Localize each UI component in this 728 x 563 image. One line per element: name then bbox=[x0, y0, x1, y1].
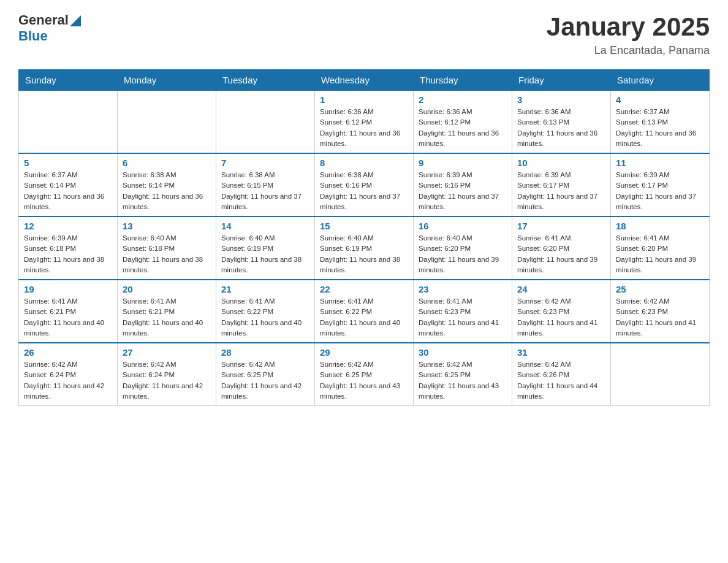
day-number: 14 bbox=[221, 221, 309, 231]
day-info: Sunrise: 6:39 AMSunset: 6:16 PMDaylight:… bbox=[419, 170, 507, 212]
day-info: Sunrise: 6:42 AMSunset: 6:23 PMDaylight:… bbox=[517, 296, 605, 339]
day-number: 15 bbox=[320, 221, 408, 231]
day-number: 27 bbox=[123, 347, 211, 358]
calendar-header-row: Sunday Monday Tuesday Wednesday Thursday… bbox=[19, 70, 710, 91]
day-number: 31 bbox=[517, 347, 605, 358]
table-row: 7Sunrise: 6:38 AMSunset: 6:15 PMDaylight… bbox=[216, 153, 315, 216]
page-header: General Blue January 2025 La Encantada, … bbox=[18, 12, 710, 57]
table-row: 22Sunrise: 6:41 AMSunset: 6:22 PMDayligh… bbox=[315, 280, 414, 343]
logo-general: General bbox=[18, 12, 69, 28]
day-number: 17 bbox=[517, 221, 605, 231]
day-info: Sunrise: 6:40 AMSunset: 6:19 PMDaylight:… bbox=[320, 233, 408, 275]
table-row: 30Sunrise: 6:42 AMSunset: 6:25 PMDayligh… bbox=[414, 343, 512, 406]
table-row: 1Sunrise: 6:36 AMSunset: 6:12 PMDaylight… bbox=[315, 91, 414, 154]
table-row: 23Sunrise: 6:41 AMSunset: 6:23 PMDayligh… bbox=[414, 280, 512, 343]
table-row: 4Sunrise: 6:37 AMSunset: 6:13 PMDaylight… bbox=[611, 91, 710, 154]
table-row: 27Sunrise: 6:42 AMSunset: 6:24 PMDayligh… bbox=[118, 343, 216, 406]
calendar-week-row: 5Sunrise: 6:37 AMSunset: 6:14 PMDaylight… bbox=[19, 153, 710, 216]
day-info: Sunrise: 6:40 AMSunset: 6:19 PMDaylight:… bbox=[221, 233, 309, 275]
day-info: Sunrise: 6:38 AMSunset: 6:16 PMDaylight:… bbox=[320, 170, 408, 212]
table-row: 28Sunrise: 6:42 AMSunset: 6:25 PMDayligh… bbox=[216, 343, 315, 406]
day-info: Sunrise: 6:37 AMSunset: 6:13 PMDaylight:… bbox=[616, 107, 704, 149]
day-number: 8 bbox=[320, 158, 408, 168]
day-info: Sunrise: 6:41 AMSunset: 6:21 PMDaylight:… bbox=[24, 296, 112, 339]
table-row: 12Sunrise: 6:39 AMSunset: 6:18 PMDayligh… bbox=[19, 216, 118, 280]
day-info: Sunrise: 6:41 AMSunset: 6:21 PMDaylight:… bbox=[123, 296, 211, 339]
col-sunday: Sunday bbox=[19, 70, 118, 91]
day-info: Sunrise: 6:36 AMSunset: 6:12 PMDaylight:… bbox=[419, 107, 507, 149]
day-number: 21 bbox=[221, 284, 309, 294]
day-number: 5 bbox=[24, 158, 112, 168]
logo: General Blue bbox=[18, 12, 81, 44]
logo-blue: Blue bbox=[18, 28, 48, 44]
day-info: Sunrise: 6:41 AMSunset: 6:23 PMDaylight:… bbox=[419, 296, 507, 339]
day-number: 25 bbox=[616, 284, 704, 294]
day-number: 2 bbox=[419, 94, 507, 105]
col-saturday: Saturday bbox=[611, 70, 710, 91]
svg-marker-0 bbox=[70, 15, 81, 26]
table-row bbox=[611, 343, 710, 406]
calendar-week-row: 26Sunrise: 6:42 AMSunset: 6:24 PMDayligh… bbox=[19, 343, 710, 406]
day-info: Sunrise: 6:36 AMSunset: 6:13 PMDaylight:… bbox=[517, 107, 605, 149]
calendar-week-row: 12Sunrise: 6:39 AMSunset: 6:18 PMDayligh… bbox=[19, 216, 710, 280]
table-row: 19Sunrise: 6:41 AMSunset: 6:21 PMDayligh… bbox=[19, 280, 118, 343]
day-info: Sunrise: 6:42 AMSunset: 6:24 PMDaylight:… bbox=[24, 359, 112, 402]
day-info: Sunrise: 6:42 AMSunset: 6:23 PMDaylight:… bbox=[616, 296, 704, 339]
calendar-week-row: 19Sunrise: 6:41 AMSunset: 6:21 PMDayligh… bbox=[19, 280, 710, 343]
day-info: Sunrise: 6:41 AMSunset: 6:22 PMDaylight:… bbox=[221, 296, 309, 339]
table-row: 9Sunrise: 6:39 AMSunset: 6:16 PMDaylight… bbox=[414, 153, 512, 216]
calendar-week-row: 1Sunrise: 6:36 AMSunset: 6:12 PMDaylight… bbox=[19, 91, 710, 154]
day-info: Sunrise: 6:42 AMSunset: 6:25 PMDaylight:… bbox=[221, 359, 309, 402]
table-row: 13Sunrise: 6:40 AMSunset: 6:18 PMDayligh… bbox=[118, 216, 216, 280]
day-number: 11 bbox=[616, 158, 704, 168]
day-info: Sunrise: 6:42 AMSunset: 6:25 PMDaylight:… bbox=[320, 359, 408, 402]
table-row: 18Sunrise: 6:41 AMSunset: 6:20 PMDayligh… bbox=[611, 216, 710, 280]
day-info: Sunrise: 6:40 AMSunset: 6:18 PMDaylight:… bbox=[123, 233, 211, 275]
logo-triangle-icon bbox=[70, 15, 81, 26]
col-friday: Friday bbox=[512, 70, 611, 91]
day-info: Sunrise: 6:41 AMSunset: 6:20 PMDaylight:… bbox=[517, 233, 605, 275]
day-info: Sunrise: 6:39 AMSunset: 6:18 PMDaylight:… bbox=[24, 233, 112, 275]
day-number: 7 bbox=[221, 158, 309, 168]
table-row: 17Sunrise: 6:41 AMSunset: 6:20 PMDayligh… bbox=[512, 216, 611, 280]
table-row: 14Sunrise: 6:40 AMSunset: 6:19 PMDayligh… bbox=[216, 216, 315, 280]
day-info: Sunrise: 6:38 AMSunset: 6:15 PMDaylight:… bbox=[221, 170, 309, 212]
day-number: 18 bbox=[616, 221, 704, 231]
day-info: Sunrise: 6:36 AMSunset: 6:12 PMDaylight:… bbox=[320, 107, 408, 149]
day-number: 23 bbox=[419, 284, 507, 294]
title-section: January 2025 La Encantada, Panama bbox=[547, 12, 710, 57]
table-row: 6Sunrise: 6:38 AMSunset: 6:14 PMDaylight… bbox=[118, 153, 216, 216]
day-number: 12 bbox=[24, 221, 112, 231]
day-number: 3 bbox=[517, 94, 605, 105]
day-number: 16 bbox=[419, 221, 507, 231]
table-row bbox=[118, 91, 216, 154]
calendar-subtitle: La Encantada, Panama bbox=[547, 44, 710, 57]
table-row: 21Sunrise: 6:41 AMSunset: 6:22 PMDayligh… bbox=[216, 280, 315, 343]
table-row: 3Sunrise: 6:36 AMSunset: 6:13 PMDaylight… bbox=[512, 91, 611, 154]
day-number: 28 bbox=[221, 347, 309, 358]
table-row: 8Sunrise: 6:38 AMSunset: 6:16 PMDaylight… bbox=[315, 153, 414, 216]
day-info: Sunrise: 6:40 AMSunset: 6:20 PMDaylight:… bbox=[419, 233, 507, 275]
day-number: 29 bbox=[320, 347, 408, 358]
day-info: Sunrise: 6:38 AMSunset: 6:14 PMDaylight:… bbox=[123, 170, 211, 212]
day-number: 26 bbox=[24, 347, 112, 358]
day-number: 22 bbox=[320, 284, 408, 294]
day-info: Sunrise: 6:41 AMSunset: 6:20 PMDaylight:… bbox=[616, 233, 704, 275]
day-info: Sunrise: 6:39 AMSunset: 6:17 PMDaylight:… bbox=[616, 170, 704, 212]
table-row: 11Sunrise: 6:39 AMSunset: 6:17 PMDayligh… bbox=[611, 153, 710, 216]
table-row: 31Sunrise: 6:42 AMSunset: 6:26 PMDayligh… bbox=[512, 343, 611, 406]
day-number: 24 bbox=[517, 284, 605, 294]
day-number: 1 bbox=[320, 94, 408, 105]
table-row: 25Sunrise: 6:42 AMSunset: 6:23 PMDayligh… bbox=[611, 280, 710, 343]
day-info: Sunrise: 6:37 AMSunset: 6:14 PMDaylight:… bbox=[24, 170, 112, 212]
day-number: 6 bbox=[123, 158, 211, 168]
col-thursday: Thursday bbox=[414, 70, 512, 91]
table-row bbox=[216, 91, 315, 154]
col-tuesday: Tuesday bbox=[216, 70, 315, 91]
col-monday: Monday bbox=[118, 70, 216, 91]
table-row: 26Sunrise: 6:42 AMSunset: 6:24 PMDayligh… bbox=[19, 343, 118, 406]
table-row: 29Sunrise: 6:42 AMSunset: 6:25 PMDayligh… bbox=[315, 343, 414, 406]
table-row: 24Sunrise: 6:42 AMSunset: 6:23 PMDayligh… bbox=[512, 280, 611, 343]
day-number: 20 bbox=[123, 284, 211, 294]
table-row: 10Sunrise: 6:39 AMSunset: 6:17 PMDayligh… bbox=[512, 153, 611, 216]
